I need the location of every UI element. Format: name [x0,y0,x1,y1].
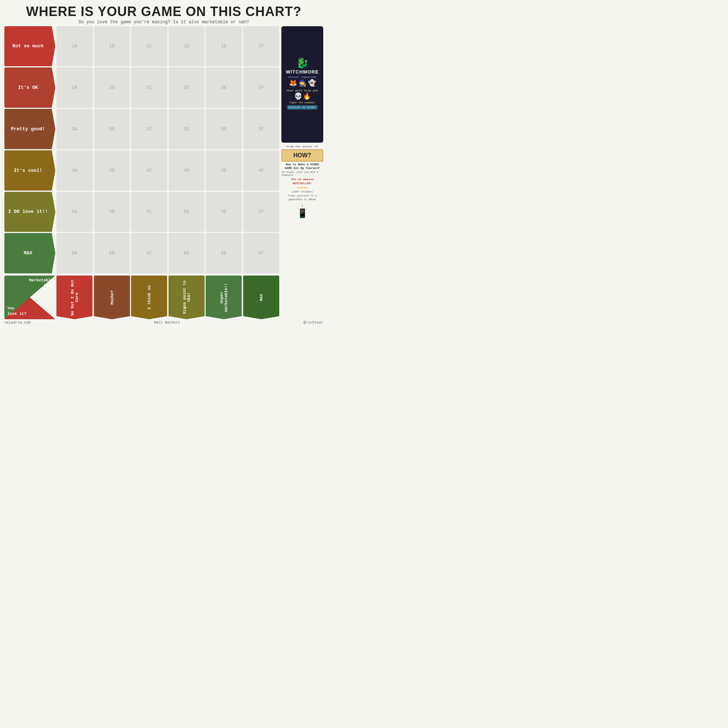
sidebar: 🐉 WITCHMORE Action roguelike 🦊 🧙 👻 Your … [281,26,323,319]
cell-6D[interactable]: 6D [168,233,205,273]
cell-5B[interactable]: 5B [94,192,130,232]
corner-text-green: Marketabletoo? [29,278,53,288]
cell-3F[interactable]: 3F [243,109,280,149]
cell-3A[interactable]: 3A [57,109,93,149]
cell-1C[interactable]: 1C [131,26,167,67]
ebook-icon: 📱 [281,208,323,219]
cells-row4: 4A4B4C4D4E4F [57,150,279,191]
cell-3E[interactable]: 3E [206,109,242,149]
book-title: HOW? [284,152,320,159]
chart-section: Not so much1A1B1C1D1E1FIt's OK2A2B2C2D2E… [5,26,279,319]
cell-5C[interactable]: 5C [131,192,167,232]
cell-2F[interactable]: 2F [243,67,280,108]
cell-5D[interactable]: 5D [168,192,205,232]
book-subtitle: How to Make a VIDEO GAME All By Yourself [281,163,323,170]
book-box: HOW? [281,149,323,162]
arrow-down-icon: ↓ [281,202,323,208]
cell-5F[interactable]: 5F [243,192,280,232]
review-count: (100+ reviews) [281,190,323,193]
bottom-corner: Youlove it? Marketabletoo? [5,275,55,319]
cell-5E[interactable]: 5E [206,192,242,232]
col-label-colF: MAX [243,275,280,319]
cell-2D[interactable]: 2D [168,67,205,108]
game-genre: Action roguelike [288,75,316,79]
from-author-label: From the author of [281,145,323,148]
cell-1A[interactable]: 1A [57,26,93,67]
cell-6F[interactable]: 6F [243,233,280,273]
cell-1E[interactable]: 1E [206,26,242,67]
row-label-row3: Pretty good! [5,109,55,149]
cells-row6: 6A6B6C6D6E6F [57,233,279,273]
grid-row-row2: It's OK2A2B2C2D2E2F [5,67,279,108]
content-area: Not so much1A1B1C1D1E1FIt's OK2A2B2C2D2E… [5,26,323,319]
grid-row-row4: It's cool!4A4B4C4D4E4F [5,150,279,191]
cell-3D[interactable]: 3D [168,109,205,149]
bottom-row: Youlove it? Marketabletoo? No but I Do N… [5,275,279,319]
grid-row-row5: I DO love it!!5A5B5C5D5E5F [5,192,279,232]
header: WHERE IS YOUR GAME ON THIS CHART? Do you… [5,5,323,25]
col-label-colB: Maybe? [94,275,130,319]
col-label-colC: I think so [131,275,167,319]
skeleton-icon: 💀 [294,93,302,100]
subtitle: Do you love the game you're making? Is i… [5,20,323,25]
row-label-row2: It's OK [5,67,55,108]
cell-4B[interactable]: 4B [94,150,130,191]
cell-1D[interactable]: 1D [168,26,205,67]
ghost-icon: 👻 [308,80,316,87]
book-steps: 10 steps, just you and a computer [281,171,323,177]
row-label-row4: It's cool! [5,150,55,191]
grid-row-row3: Pretty good!3A3B3C3D3E3F [5,109,279,149]
cells-row5: 5A5B5C5D5E5F [57,192,279,232]
cell-2B[interactable]: 2B [94,67,130,108]
cells-row3: 3A3B3C3D3E3F [57,109,279,149]
cell-4C[interactable]: 4C [131,150,167,191]
chart-grid: Not so much1A1B1C1D1E1FIt's OK2A2B2C2D2E… [5,26,279,273]
game-title: WITCHMORE [286,69,319,75]
col-label-colE: Super marketable!! [206,275,242,319]
footer: valadria.com Matt Hackett @richtaur [5,319,323,325]
star-rating: ★★★★★ [281,185,323,190]
footer-center: Matt Hackett [154,321,180,325]
grid-row-row6: MAX6A6B6C6D6E6F [5,233,279,273]
game-tagline1: Your pets help you [286,89,318,92]
cell-6C[interactable]: 6C [131,233,167,273]
cell-4F[interactable]: 4F [243,150,280,191]
main-title: WHERE IS YOUR GAME ON THIS CHART? [5,5,323,19]
wishlist-button[interactable]: Wishlist on Steam! [287,105,318,110]
monster-icon: 🐉 [296,59,309,69]
cell-4A[interactable]: 4A [57,150,93,191]
cell-4E[interactable]: 4E [206,150,242,191]
footer-right: @richtaur [304,321,323,325]
cell-4D[interactable]: 4D [168,150,205,191]
cell-3B[interactable]: 3B [94,109,130,149]
col-label-colA: No but I Do Not Care [57,275,93,319]
bestseller-label: The #1 Amazon BESTSELLER! [281,177,323,185]
game-tagline2: fight the undead! [289,101,315,104]
row-label-row6: MAX [5,233,55,273]
corner-text-red: Youlove it? [7,306,27,316]
fire-icon: 🔥 [303,93,311,100]
row-label-row1: Not so much [5,26,55,67]
cell-6E[interactable]: 6E [206,233,242,273]
cell-5A[interactable]: 5A [57,192,93,232]
book-cta: Treat yourself to a paperback or eBook [281,194,323,202]
witchmore-box: 🐉 WITCHMORE Action roguelike 🦊 🧙 👻 Your … [281,26,323,143]
cell-1B[interactable]: 1B [94,26,130,67]
cell-2E[interactable]: 2E [206,67,242,108]
cell-3C[interactable]: 3C [131,109,167,149]
book-section: From the author of HOW? How to Make a VI… [281,145,323,219]
page: WHERE IS YOUR GAME ON THIS CHART? Do you… [0,0,327,327]
cell-2A[interactable]: 2A [57,67,93,108]
cell-2C[interactable]: 2C [131,67,167,108]
cell-6B[interactable]: 6B [94,233,130,273]
row-label-row5: I DO love it!! [5,192,55,232]
col-label-colD: Signs point to YES! [168,275,205,319]
cell-1F[interactable]: 1F [243,26,280,67]
grid-row-row1: Not so much1A1B1C1D1E1F [5,26,279,67]
witch-icon: 🧙 [298,80,306,87]
cells-row1: 1A1B1C1D1E1F [57,26,279,67]
cell-6A[interactable]: 6A [57,233,93,273]
footer-left: valadria.com [5,321,31,325]
cells-row2: 2A2B2C2D2E2F [57,67,279,108]
pet-icon: 🦊 [289,80,297,87]
